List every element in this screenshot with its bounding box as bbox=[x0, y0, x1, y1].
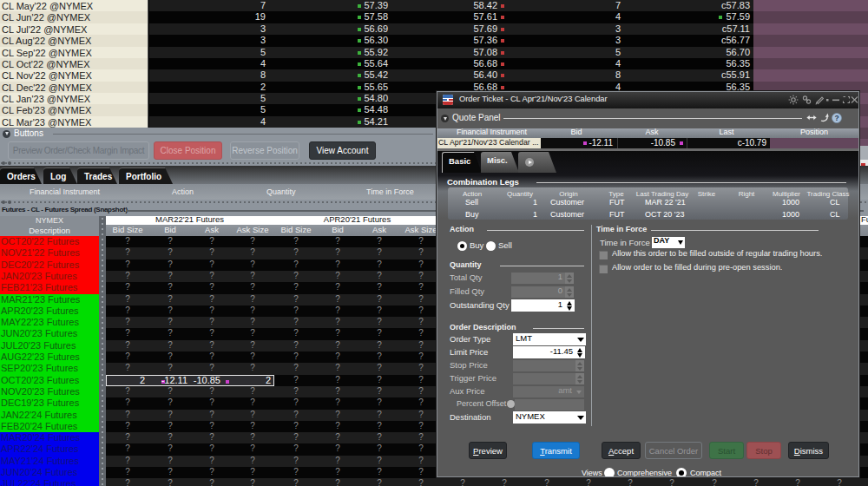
svg-text:?: ? bbox=[834, 114, 838, 122]
